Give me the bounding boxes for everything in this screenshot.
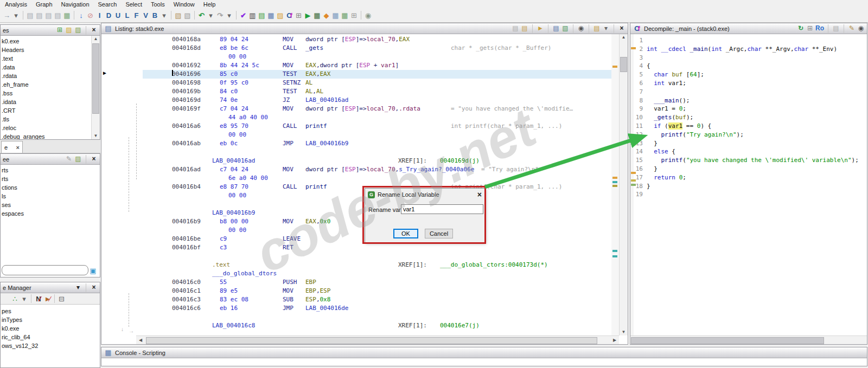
tree-item[interactable]: .idata [1,98,91,106]
edit-icon[interactable]: ✎ [848,24,856,33]
navigate-down-icon[interactable]: ↓ [76,11,86,20]
menu-item-graph[interactable]: Graph [32,1,56,8]
decompile-line[interactable]: 1 [634,36,866,45]
diff-view-icon[interactable]: ▧ [561,24,569,33]
tree-item[interactable]: .tls [1,115,91,124]
listing-row[interactable]: 004016abeb 0cJMPLAB_004016b9 [101,139,611,148]
listing-row[interactable]: 0040168a89 04 24MOVdword ptr [ESP]=>loca… [101,35,611,44]
listing-row[interactable]: 6e a0 40 00 [101,174,611,183]
decompile-line[interactable]: 18} [634,182,866,191]
redo-icon[interactable]: ↷ [215,11,225,20]
copy-icon[interactable]: ▤ [832,24,840,33]
listing-hscrollbar[interactable]: ◀ ▶ [136,335,619,344]
dropdown-caret[interactable]: ▾ [159,11,169,20]
decompile-line[interactable]: 7 [634,88,866,96]
binary-display-icon[interactable]: ▥ [248,11,257,20]
decompile-line[interactable]: 16 } [634,165,866,173]
scroll-down-icon[interactable]: ▼ [620,329,628,335]
decompile-line[interactable]: 13 } [634,139,866,148]
decompile-line[interactable]: 17 return 0; [634,173,866,182]
listing-row[interactable]: 004016b4e8 87 70CALLprintfint printf(cha… [101,183,611,191]
edit-fields-icon[interactable]: ▤ [552,24,560,33]
validate-icon[interactable]: ✔ [239,11,248,20]
decompile-line[interactable]: 19 [634,190,866,199]
hide-names-icon[interactable]: N∕ [34,294,43,304]
tree-item[interactable]: ls [1,192,99,201]
memory-map-icon[interactable]: ▦ [266,11,276,20]
table-export-icon[interactable]: ▦ [340,11,349,20]
letter-b-icon[interactable]: B [150,11,159,20]
bookmark-icon[interactable]: ▤ [593,24,601,33]
decompile-line[interactable]: 15 printf("you have changed the \'modifi… [634,156,866,165]
listing-row[interactable]: LAB_004016adXREF[1]:0040169d(j) [101,157,611,165]
decompile-line[interactable]: 4{ [634,62,866,70]
decompile-line[interactable]: 10 _gets(buf); [634,113,866,122]
nav-forward-icon[interactable]: → [2,11,11,20]
dropdown-caret[interactable]: ▾ [11,11,21,20]
menu-item-search[interactable]: Search [94,1,121,8]
tab-close-icon[interactable]: × [16,144,20,151]
listing-row[interactable]: 004016c383 ec 08SUBESP,0x8 [101,295,611,304]
pointer-filter-icon[interactable]: ►∕ [43,294,52,304]
listing-row[interactable] [101,200,611,209]
function-signature-icon[interactable]: Cf [285,11,294,20]
decompile-line[interactable]: 12 printf("Try again?\n"); [634,131,866,139]
demangle-icon-1[interactable]: ▧ [174,11,183,20]
scroll-down-icon[interactable]: ▼ [92,133,100,139]
listing-row[interactable] [101,148,611,157]
snapshot-icon[interactable]: ◉ [577,24,585,33]
tree-item[interactable]: .text [1,54,91,63]
table-icon[interactable]: ▦ [331,11,340,20]
call-tree-icon[interactable]: ⊞ [294,11,303,20]
letter-u-icon[interactable]: U [113,11,123,20]
listing-row[interactable]: 0040169685 c0TESTEAX,EAX [101,70,611,79]
listing-row[interactable]: 004016adc7 04 24MOVdword ptr [ESP]=>loca… [101,165,611,174]
listing-row[interactable]: 004016980f 95 c0SETNZAL [101,79,611,87]
letter-d-icon[interactable]: D [104,11,113,20]
tree-item[interactable]: espaces [1,209,99,218]
demangle-icon-2[interactable]: ▧ [183,11,192,20]
close-icon[interactable]: × [618,24,626,33]
listing-row[interactable]: 44 a0 40 00 [101,113,611,122]
letter-v-icon[interactable]: V [141,11,150,20]
page-icon-1[interactable]: ▤ [25,11,35,20]
tree-item[interactable]: rts [1,166,99,175]
listing-row[interactable]: 00 00 [101,226,611,235]
tree-item[interactable]: ows_vs12_32 [1,341,99,350]
cursor-select-icon[interactable]: ► [537,24,544,33]
paste-icon[interactable]: ▤ [521,24,528,33]
org-tree-icon[interactable]: ⊞ [349,11,359,20]
listing-row[interactable]: 004016928b 44 24 5cMOVEAX,dword ptr [ESP… [101,61,611,70]
close-icon[interactable]: × [90,283,98,292]
tree-item[interactable]: Headers [1,46,91,54]
edit-icon[interactable]: ✎ [65,154,73,164]
snapshot-icon[interactable]: ◉ [857,24,865,33]
letter-l-icon[interactable]: L [123,11,132,20]
decompile-line[interactable]: 14 else { [634,147,866,156]
scroll-left-icon[interactable]: ◀ [137,337,144,344]
menu-item-tools[interactable]: Tools [147,1,169,8]
rename-override-icon[interactable]: Ro [815,24,824,33]
menu-item-select[interactable]: Select [122,1,146,8]
symbol-filter-input[interactable] [2,265,88,275]
scroll-up-icon[interactable]: ▲ [620,34,628,41]
diamond-icon[interactable]: ◆ [322,11,331,20]
tree-item[interactable]: .debug_aranges [1,132,91,139]
decompile-line[interactable]: 11 if (var1 == 0) { [634,122,866,131]
dropdown-caret[interactable]: ▾ [20,294,29,304]
decompile-line[interactable]: 5 char buf [64]; [634,70,866,79]
run-script-icon[interactable]: ▶ [303,11,312,20]
listing-row[interactable]: .textXREF[1]:___do_global_ctors:0040173d… [101,261,611,269]
tree-item[interactable]: ses [1,201,99,209]
tree-item[interactable]: inTypes [1,315,99,324]
tree-item[interactable]: .data [1,63,91,72]
function-graph-icon[interactable]: ⊞ [806,24,814,33]
tree-item[interactable]: k0.exe [1,324,99,333]
listing-row[interactable]: 004016a6e8 95 70CALLprintfint printf(cha… [101,122,611,131]
page-icon-3[interactable]: ▤ [44,11,53,20]
page-icon-2[interactable]: ▤ [35,11,44,20]
menu-item-window[interactable]: Window [170,1,199,8]
sync-arrows-icon[interactable]: ∴ [10,294,20,304]
circles-icon[interactable]: ◉ [363,11,373,20]
tree-item[interactable]: .bss [1,89,91,98]
